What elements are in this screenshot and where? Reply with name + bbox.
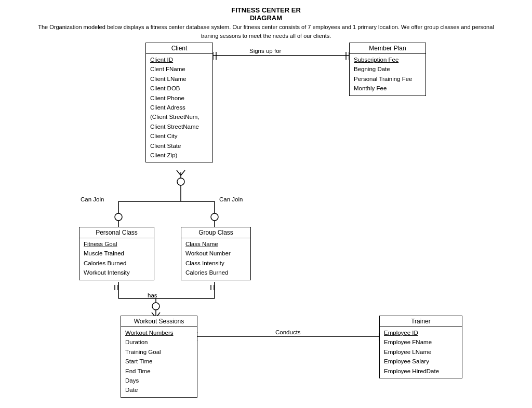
pc-attr-1: Muscle Trained	[84, 249, 150, 258]
tr-attr-2: Employee LName	[384, 347, 458, 357]
member-plan-attrs: Subscription Fee Begning Date Personal T…	[350, 54, 425, 96]
diagram-description: The Organization modeled below displays …	[31, 23, 501, 40]
mp-attr-0: Subscription Fee	[354, 55, 421, 64]
ws-attr-2: Training Goal	[125, 347, 193, 357]
gc-attr-0: Class Name	[185, 239, 246, 249]
client-attr-8: Client City	[150, 131, 208, 141]
group-class-attrs: Class Name Workout Number Class Intensit…	[181, 238, 250, 280]
conducts-label: Conducts	[275, 329, 301, 335]
gc-attr-1: Workout Number	[185, 249, 246, 258]
tr-attr-0: Employee ID	[384, 328, 458, 337]
workout-sessions-header: Workout Sessions	[121, 316, 197, 327]
client-attr-5: Client Adress	[150, 103, 208, 112]
client-attr-1: Clent FName	[150, 64, 208, 74]
signs-up-for-label: Signs up for	[249, 48, 281, 54]
client-attr-3: Client DOB	[150, 84, 208, 93]
pc-attr-3: Workout Intensity	[84, 268, 150, 277]
pc-attr-0: Fitness Goal	[84, 239, 150, 249]
pc-attr-2: Calories Burned	[84, 259, 150, 268]
personal-class-attrs: Fitness Goal Muscle Trained Calories Bur…	[79, 238, 154, 280]
svg-point-24	[152, 303, 159, 310]
client-attr-7: Client StreetName	[150, 122, 208, 131]
client-attr-2: Client LName	[150, 74, 208, 84]
trainer-header: Trainer	[380, 316, 462, 327]
diagram-container: FITNESS CENTER ER DIAGRAM The Organizati…	[0, 0, 532, 408]
client-attrs: Client ID Clent FName Client LName Clien…	[146, 54, 212, 162]
workout-sessions-attrs: Workout Numbers Duration Training Goal S…	[121, 327, 197, 397]
mp-attr-1: Begning Date	[354, 64, 421, 74]
ws-attr-5: Days	[125, 376, 193, 385]
can-join-personal-label: Can Join	[81, 196, 104, 202]
diagram-title: FITNESS CENTER ER DIAGRAM	[0, 6, 532, 22]
ws-attr-6: Date	[125, 385, 193, 395]
gc-attr-3: Calories Burned	[185, 268, 246, 277]
mp-attr-2: Personal Training Fee	[354, 74, 421, 84]
tr-attr-4: Employee HiredDate	[384, 366, 458, 376]
client-header: Client	[146, 43, 212, 54]
ws-attr-3: Start Time	[125, 357, 193, 366]
can-join-group-label: Can Join	[219, 196, 243, 202]
has-label: has	[148, 292, 157, 298]
client-attr-9: Client State	[150, 141, 208, 151]
client-attr-6: (Client StreetNum,	[150, 112, 208, 121]
trainer-attrs: Employee ID Employee FName Employee LNam…	[380, 327, 462, 378]
trainer-entity: Trainer Employee ID Employee FName Emplo…	[379, 316, 462, 378]
ws-attr-0: Workout Numbers	[125, 328, 193, 337]
tr-attr-1: Employee FName	[384, 337, 458, 347]
member-plan-entity: Member Plan Subscription Fee Begning Dat…	[349, 43, 426, 96]
svg-point-13	[211, 213, 218, 221]
svg-line-6	[177, 170, 181, 175]
member-plan-header: Member Plan	[350, 43, 425, 54]
svg-point-11	[115, 213, 122, 221]
ws-attr-1: Duration	[125, 337, 193, 347]
group-class-entity: Group Class Class Name Workout Number Cl…	[181, 227, 251, 280]
group-class-header: Group Class	[181, 227, 250, 238]
client-attr-10: Client Zip)	[150, 151, 208, 160]
client-attr-4: Client Phone	[150, 93, 208, 103]
tr-attr-3: Employee Salary	[384, 357, 458, 366]
mp-attr-3: Monthly Fee	[354, 84, 421, 93]
client-entity: Client Client ID Clent FName Client LNam…	[145, 43, 213, 162]
personal-class-entity: Personal Class Fitness Goal Muscle Train…	[79, 227, 154, 280]
personal-class-header: Personal Class	[79, 227, 154, 238]
client-attr-0: Client ID	[150, 55, 208, 64]
svg-point-8	[177, 178, 184, 185]
svg-line-7	[181, 170, 185, 175]
gc-attr-2: Class Intensity	[185, 259, 246, 268]
ws-attr-4: End Time	[125, 366, 193, 376]
workout-sessions-entity: Workout Sessions Workout Numbers Duratio…	[121, 316, 197, 398]
